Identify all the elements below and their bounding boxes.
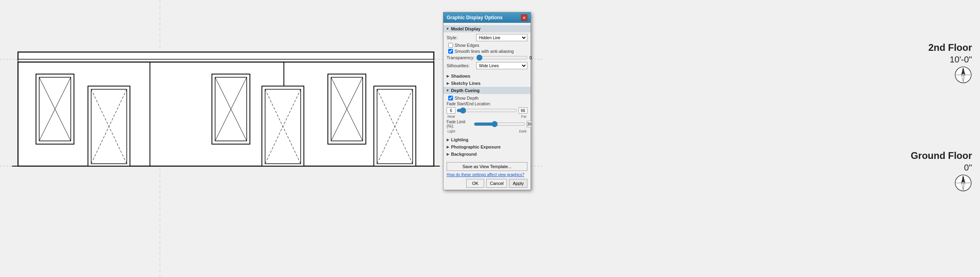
sketchy-lines-label: Sketchy Lines (451, 81, 481, 86)
compass-icon-top: N (954, 66, 972, 84)
show-depth-checkbox[interactable] (448, 96, 453, 100)
dialog-body: ▼ Model Display Style: Hidden Line Wiref… (443, 23, 531, 160)
light-label: Light (447, 129, 455, 133)
second-floor-label: 2nd Floor 10'-0" N (928, 42, 972, 84)
fade-limit-label: Fade Limit (%): (447, 120, 473, 128)
far-label: Far (521, 114, 527, 118)
show-depth-label: Show Depth (455, 96, 479, 100)
silhouettes-select[interactable]: Wide Lines No Lines Extra Wide Lines (476, 62, 527, 69)
shadows-arrow: ▶ (447, 74, 449, 78)
photographic-exposure-label: Photographic Exposure (451, 145, 501, 149)
fade-limit-slider[interactable] (474, 121, 525, 127)
silhouettes-label: Silhouettes: (447, 63, 475, 68)
show-depth-row: Show Depth (447, 96, 527, 100)
dialog-titlebar[interactable]: Graphic Display Options × (443, 12, 531, 23)
dark-label: Dark (519, 129, 527, 133)
depth-cueing-content: Show Depth Fade Start/End Location: 6 66… (443, 94, 531, 136)
lighting-label: Lighting (451, 137, 468, 142)
svg-text:N: N (962, 68, 964, 71)
svg-rect-4 (18, 52, 434, 60)
transparency-value: 0 (529, 55, 532, 60)
background-section-header[interactable]: ▶ Background (443, 151, 531, 158)
near-value: 6 (447, 107, 455, 114)
near-far-slider[interactable] (457, 107, 517, 114)
ground-floor-label: Ground Floor 0" N (911, 150, 972, 192)
second-floor-text: 2nd Floor (928, 42, 972, 53)
light-dark-labels: Light Dark (447, 129, 527, 133)
second-floor-elevation: 10'-0" (950, 54, 972, 65)
smooth-lines-checkbox[interactable] (448, 49, 453, 54)
shadows-section-header[interactable]: ▶ Shadows (443, 72, 531, 80)
svg-text:N: N (962, 176, 964, 179)
compass-icon-bottom: N (954, 174, 972, 192)
lighting-arrow: ▶ (447, 138, 449, 142)
dialog-footer: Save as View Template... How do these se… (443, 160, 531, 190)
photographic-exposure-arrow: ▶ (447, 145, 449, 149)
transparency-label: Transparency: (447, 55, 475, 60)
style-row: Style: Hidden Line Wireframe Shaded Cons… (447, 34, 527, 41)
sketchy-lines-section-header[interactable]: ▶ Sketchy Lines (443, 80, 531, 87)
fade-limit-row: Fade Limit (%): 39 (447, 120, 527, 128)
near-far-row: 6 66 (447, 107, 527, 114)
depth-cueing-section-header[interactable]: ▼ Depth Cueing (443, 87, 531, 94)
ok-button[interactable]: OK (466, 179, 484, 188)
smooth-lines-label: Smooth lines with anti-aliasing (455, 49, 514, 54)
transparency-slider[interactable] (476, 55, 528, 60)
style-select[interactable]: Hidden Line Wireframe Shaded Consistent … (476, 34, 527, 41)
far-value: 66 (519, 107, 527, 114)
cancel-button[interactable]: Cancel (486, 179, 507, 188)
depth-cueing-arrow: ▼ (446, 88, 449, 92)
photographic-exposure-section-header[interactable]: ▶ Photographic Exposure (443, 143, 531, 151)
show-edges-row: Show Edges (447, 43, 527, 48)
action-buttons: OK Cancel Apply (447, 179, 527, 188)
fade-limit-value: 39 (527, 121, 532, 127)
ground-floor-text: Ground Floor (911, 150, 972, 161)
close-button[interactable]: × (521, 14, 527, 21)
model-display-label: Model Display (451, 26, 481, 31)
background-arrow: ▶ (447, 152, 449, 156)
show-edges-checkbox[interactable] (448, 43, 453, 48)
transparency-row: Transparency: 0 (447, 55, 527, 60)
depth-cueing-label: Depth Cueing (451, 88, 480, 93)
lighting-section-header[interactable]: ▶ Lighting (443, 136, 531, 143)
background-label: Background (451, 152, 477, 157)
ground-floor-elevation: 0" (964, 163, 972, 173)
sketchy-lines-arrow: ▶ (447, 81, 449, 85)
floor-labels-area: 2nd Floor 10'-0" N Ground Floor 0" N (900, 0, 972, 277)
fade-start-end-label: Fade Start/End Location: (447, 102, 527, 106)
save-template-button[interactable]: Save as View Template... (447, 162, 527, 171)
near-label: Near (447, 114, 455, 118)
smooth-lines-row: Smooth lines with anti-aliasing (447, 49, 527, 54)
graphic-display-options-dialog: Graphic Display Options × ▼ Model Displa… (443, 12, 531, 190)
model-display-section-header[interactable]: ▼ Model Display (443, 25, 531, 32)
shadows-label: Shadows (451, 74, 470, 78)
dialog-title: Graphic Display Options (447, 15, 503, 20)
near-far-labels: Near Far (447, 114, 527, 118)
model-display-content: Style: Hidden Line Wireframe Shaded Cons… (443, 32, 531, 72)
model-display-arrow: ▼ (446, 27, 449, 31)
help-link[interactable]: How do these settings affect view graphi… (447, 173, 527, 177)
show-edges-label: Show Edges (455, 43, 479, 48)
apply-button[interactable]: Apply (509, 179, 527, 188)
silhouettes-row: Silhouettes: Wide Lines No Lines Extra W… (447, 62, 527, 69)
style-label: Style: (447, 35, 475, 40)
